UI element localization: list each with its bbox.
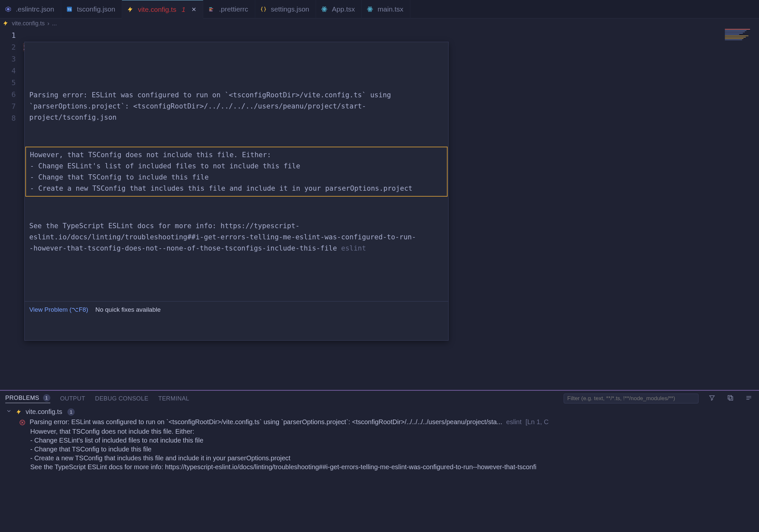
tab-bar: .eslintrc.jsonTStsconfig.jsonvite.config… bbox=[0, 0, 759, 19]
panel-tab-bar: Problems 1 Output Debug Console Terminal bbox=[0, 391, 759, 406]
problem-sub-line: - Change ESLint's list of included files… bbox=[3, 436, 759, 445]
vite-icon bbox=[127, 6, 134, 13]
hover-pre-text: Parsing error: ESLint was configured to … bbox=[29, 90, 444, 123]
error-icon bbox=[19, 419, 26, 426]
panel-tab-output[interactable]: Output bbox=[60, 395, 85, 402]
filter-icon[interactable] bbox=[708, 394, 717, 403]
more-icon[interactable] bbox=[745, 394, 754, 403]
view-problem-link[interactable]: View Problem (⌥F8) bbox=[29, 304, 88, 315]
problem-sub-line: See the TypeScript ESLint docs for more … bbox=[3, 463, 759, 472]
breadcrumb-more: ... bbox=[52, 20, 57, 27]
hover-post-text: See the TypeScript ESLint docs for more … bbox=[29, 220, 444, 254]
json-icon bbox=[260, 6, 267, 13]
eslint-icon bbox=[5, 6, 12, 13]
panel-tab-terminal[interactable]: Terminal bbox=[158, 395, 189, 402]
code-content[interactable]: import { defineConfig } from 'vite' Pars… bbox=[23, 28, 759, 390]
problem-sub-line: - Change that TSConfig to include this f… bbox=[3, 445, 759, 454]
editor-area[interactable]: 12345678 import { defineConfig } from 'v… bbox=[0, 28, 759, 390]
panel-tab-debug[interactable]: Debug Console bbox=[95, 395, 148, 402]
problem-hover: Parsing error: ESLint was configured to … bbox=[24, 42, 449, 341]
vite-icon bbox=[2, 20, 9, 27]
tab-label: settings.json bbox=[271, 5, 309, 13]
tab-main-tsx[interactable]: main.tsx bbox=[362, 0, 410, 19]
tab-settings-json[interactable]: settings.json bbox=[255, 0, 316, 19]
tab-label: App.tsx bbox=[332, 5, 355, 13]
problem-row[interactable]: Parsing error: ESLint was configured to … bbox=[3, 417, 759, 427]
tab-dirty-indicator: 1 bbox=[181, 6, 185, 14]
svg-marker-1 bbox=[7, 8, 10, 11]
problem-sub-line: However, that TSConfig does not include … bbox=[3, 427, 759, 436]
problems-filter-input[interactable] bbox=[564, 394, 699, 403]
vite-icon bbox=[15, 408, 22, 416]
tab-label: main.tsx bbox=[378, 5, 403, 13]
breadcrumb-sep: › bbox=[47, 20, 49, 27]
tab-label: .prettierrc bbox=[219, 5, 248, 13]
problem-source: eslint bbox=[506, 418, 522, 426]
svg-rect-6 bbox=[209, 10, 212, 10]
prettier-icon bbox=[208, 6, 215, 13]
panel-tab-problems[interactable]: Problems 1 bbox=[5, 394, 50, 403]
chevron-down-icon[interactable] bbox=[6, 408, 12, 416]
svg-point-12 bbox=[370, 9, 371, 10]
tab-label: .eslintrc.json bbox=[16, 5, 54, 13]
problems-list[interactable]: vite.config.ts 1 Parsing error: ESLint w… bbox=[0, 406, 759, 532]
no-fix-text: No quick fixes available bbox=[95, 304, 161, 315]
tab-label: tsconfig.json bbox=[77, 5, 115, 13]
line-gutter: 12345678 bbox=[0, 28, 23, 390]
svg-rect-4 bbox=[209, 7, 212, 8]
tab-tsconfig-json[interactable]: TStsconfig.json bbox=[61, 0, 122, 19]
problem-location: [Ln 1, C bbox=[526, 418, 548, 426]
problem-sub-line: - Create a new TSConfig that includes th… bbox=[3, 454, 759, 463]
hover-footer: View Problem (⌥F8) No quick fixes availa… bbox=[25, 301, 448, 318]
close-icon[interactable]: ✕ bbox=[191, 6, 196, 13]
minimap[interactable] bbox=[723, 28, 759, 390]
problems-badge: 1 bbox=[43, 394, 50, 401]
bottom-panel: Problems 1 Output Debug Console Terminal bbox=[0, 391, 759, 532]
tab-label: vite.config.ts bbox=[138, 6, 176, 14]
react-icon bbox=[321, 6, 328, 13]
svg-text:TS: TS bbox=[67, 8, 71, 11]
problem-file-count: 1 bbox=[67, 408, 75, 416]
react-icon bbox=[366, 6, 374, 13]
svg-rect-17 bbox=[729, 397, 733, 400]
tsconfig-icon: TS bbox=[66, 6, 73, 13]
breadcrumb[interactable]: vite.config.ts › ... bbox=[0, 19, 759, 28]
panel-tab-label: Problems bbox=[5, 394, 39, 401]
problem-file-row[interactable]: vite.config.ts 1 bbox=[3, 407, 759, 417]
svg-rect-7 bbox=[209, 11, 213, 11]
svg-point-8 bbox=[324, 9, 325, 10]
problem-file-name: vite.config.ts bbox=[26, 408, 62, 416]
tab-vite-config-ts[interactable]: vite.config.ts1✕ bbox=[122, 0, 203, 19]
svg-rect-5 bbox=[209, 9, 213, 9]
collapse-all-icon[interactable] bbox=[727, 394, 735, 403]
problem-message: Parsing error: ESLint was configured to … bbox=[30, 418, 502, 426]
hover-highlight-box: However, that TSConfig does not include … bbox=[25, 147, 448, 197]
tab--prettierrc[interactable]: .prettierrc bbox=[203, 0, 255, 19]
svg-rect-16 bbox=[728, 396, 732, 399]
tab-App-tsx[interactable]: App.tsx bbox=[316, 0, 362, 19]
tab--eslintrc-json[interactable]: .eslintrc.json bbox=[0, 0, 61, 19]
breadcrumb-file: vite.config.ts bbox=[12, 20, 45, 27]
